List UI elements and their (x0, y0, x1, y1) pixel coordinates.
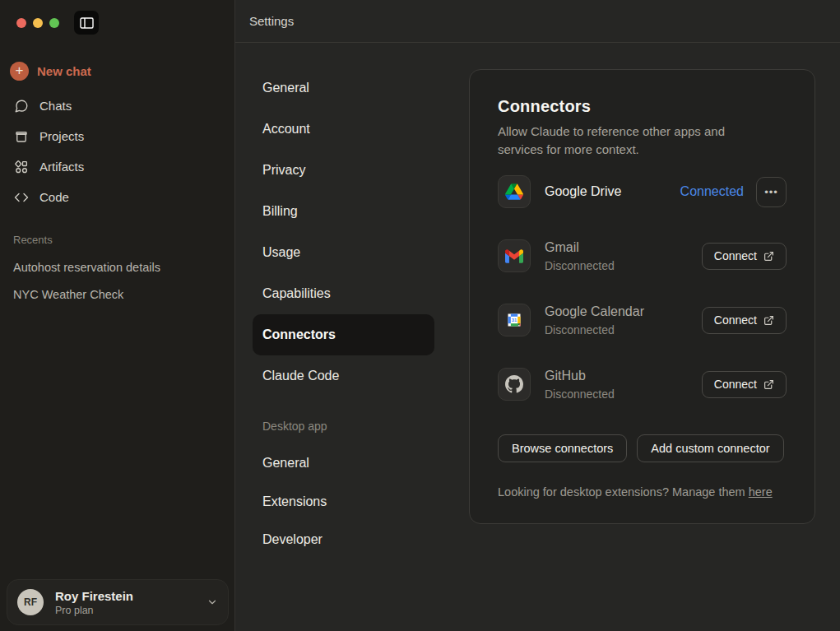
footer-text: Looking for desktop extensions? Manage t… (498, 485, 749, 499)
connector-name: GitHub (545, 369, 615, 383)
user-plan: Pro plan (55, 605, 133, 616)
sidebar-item-label: Artifacts (39, 160, 84, 174)
sidebar-nav: Chats Projects Artifacts (0, 90, 234, 212)
sidebar-panel-icon (80, 17, 94, 29)
gmail-icon (498, 239, 531, 272)
header: Settings (235, 0, 840, 43)
card-actions: Browse connectors Add custom connector (498, 434, 787, 462)
connector-actions: Connect (702, 243, 787, 270)
settings-tab-desktop-general[interactable]: General (253, 444, 434, 483)
card-title: Connectors (498, 97, 787, 116)
settings-tab-privacy[interactable]: Privacy (253, 150, 434, 191)
connector-info: Gmail Disconnected (545, 240, 615, 272)
recents-list: Autohost reservation details NYC Weather… (0, 253, 234, 308)
settings-tab-general[interactable]: General (253, 67, 434, 109)
sidebar-item-label: Code (39, 190, 69, 204)
connector-row-google-calendar: 31 Google Calendar Disconnected Connect (498, 304, 787, 336)
recent-chat-item[interactable]: NYC Weather Check (0, 281, 234, 308)
settings-tab-billing[interactable]: Billing (253, 191, 434, 232)
sidebar-item-projects[interactable]: Projects (0, 121, 234, 151)
connector-actions: Connect (702, 307, 787, 334)
connect-button[interactable]: Connect (702, 307, 787, 334)
connector-name: Google Drive (545, 184, 621, 199)
connect-button-label: Connect (714, 378, 757, 391)
connector-row-google-drive: Google Drive Connected ••• (498, 175, 787, 208)
sidebar-item-label: Chats (39, 99, 72, 113)
close-window-button[interactable] (16, 18, 26, 28)
card-footer: Looking for desktop extensions? Manage t… (498, 485, 787, 499)
plus-icon: + (10, 62, 29, 81)
add-custom-connector-button[interactable]: Add custom connector (637, 434, 783, 462)
card-description: Allow Claude to reference other apps and… (498, 123, 769, 159)
external-link-icon (763, 315, 774, 326)
new-chat-button[interactable]: + New chat (10, 61, 91, 81)
sidebar-item-artifacts[interactable]: Artifacts (0, 151, 234, 182)
new-chat-label: New chat (37, 64, 91, 78)
sidebar-toggle-button[interactable] (74, 11, 99, 35)
sidebar: + New chat Chats Projects (0, 0, 235, 631)
connector-name: Google Calendar (545, 304, 644, 319)
connector-name: Gmail (545, 240, 615, 255)
connector-actions: Connected ••• (680, 177, 787, 207)
browse-connectors-button[interactable]: Browse connectors (498, 434, 627, 462)
sidebar-item-code[interactable]: Code (0, 182, 234, 212)
connectors-card: Connectors Allow Claude to reference oth… (469, 69, 815, 524)
connector-status: Disconnected (545, 323, 644, 336)
settings-tab-usage[interactable]: Usage (253, 232, 434, 273)
connected-status[interactable]: Connected (680, 184, 744, 199)
settings-tab-connectors[interactable]: Connectors (253, 314, 434, 355)
connect-button[interactable]: Connect (702, 371, 787, 398)
settings-tab-extensions[interactable]: Extensions (253, 483, 434, 522)
connector-actions: Connect (702, 371, 787, 398)
desktop-app-group: General Extensions Developer (253, 444, 434, 559)
svg-text:31: 31 (512, 318, 517, 322)
connector-info: Google Calendar Disconnected (545, 304, 644, 336)
chevron-down-icon (207, 596, 218, 608)
google-drive-icon (498, 175, 531, 208)
settings-tab-developer[interactable]: Developer (253, 521, 434, 559)
connector-status: Disconnected (545, 259, 615, 272)
github-icon (498, 368, 531, 401)
desktop-app-section-label: Desktop app (253, 419, 434, 434)
shapes-icon (13, 160, 29, 174)
minimize-window-button[interactable] (33, 18, 43, 28)
sidebar-item-label: Projects (39, 129, 84, 143)
box-icon (13, 129, 29, 144)
manage-extensions-link[interactable]: here (749, 485, 773, 499)
settings-tab-account[interactable]: Account (253, 109, 434, 150)
zoom-window-button[interactable] (49, 18, 59, 28)
external-link-icon (763, 379, 774, 390)
recent-chat-item[interactable]: Autohost reservation details (0, 253, 234, 281)
sidebar-item-chats[interactable]: Chats (0, 90, 234, 121)
user-name: Roy Firestein (55, 589, 133, 603)
code-icon (13, 190, 29, 205)
connector-info: Google Drive (545, 184, 621, 199)
connector-list: Google Drive Connected ••• Gmail Disc (498, 175, 787, 401)
settings-tab-claude-code[interactable]: Claude Code (253, 355, 434, 397)
user-meta: Roy Firestein Pro plan (55, 589, 133, 616)
connector-row-gmail: Gmail Disconnected Connect (498, 239, 787, 272)
connector-status: Disconnected (545, 387, 615, 401)
connect-button-label: Connect (714, 313, 757, 327)
connect-button[interactable]: Connect (702, 243, 787, 270)
recents-section-label: Recents (13, 234, 53, 246)
connector-info: GitHub Disconnected (545, 369, 615, 401)
user-menu[interactable]: RF Roy Firestein Pro plan (7, 579, 229, 625)
external-link-icon (763, 251, 774, 262)
page-title: Settings (249, 14, 294, 28)
avatar: RF (17, 589, 44, 615)
window-controls (16, 18, 59, 28)
connect-button-label: Connect (714, 249, 757, 262)
settings-nav: General Account Privacy Billing Usage Ca… (253, 67, 434, 559)
connector-row-github: GitHub Disconnected Connect (498, 368, 787, 401)
more-options-button[interactable]: ••• (756, 177, 787, 207)
settings-tab-capabilities[interactable]: Capabilities (253, 273, 434, 314)
chat-bubble-icon (13, 99, 29, 114)
google-calendar-icon: 31 (498, 304, 531, 336)
